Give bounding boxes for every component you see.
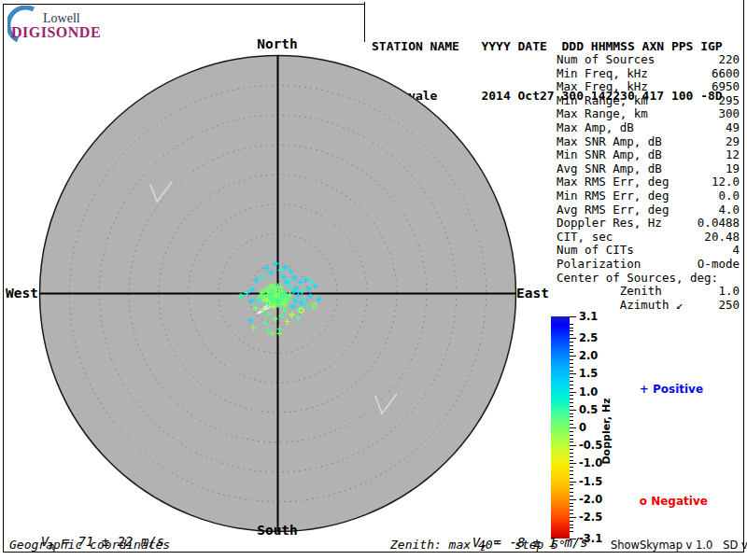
legend-negative-label: Negative [651,495,708,508]
colorbar-major-tick [570,427,576,428]
stat-row: Min SNR Amp, dB12 [557,148,740,162]
colorbar-minor-tick [570,342,573,343]
stat-row: CIT, sec20.48 [557,231,740,245]
stat-value: 4 [732,244,740,258]
colorbar-minor-tick [570,488,573,489]
stat-value: 4.0 [718,203,740,217]
colorbar-minor-tick [570,381,573,382]
colorbar-minor-tick [570,388,573,389]
colorbar-minor-tick [570,416,573,417]
colorbar-minor-tick [570,492,573,493]
colorbar-minor-tick [570,484,573,485]
stat-row: Avg RMS Err, deg4.0 [557,203,740,217]
colorbar-tick-label: -2.0 [579,493,602,506]
stat-row: Max RMS Err, deg12.0 [557,175,740,189]
colorbar-minor-tick [570,352,573,353]
legend-positive: + Positive [624,370,703,409]
colorbar-minor-tick [570,424,573,425]
positive-marker-icon: + [640,383,649,396]
colorbar-major-tick [570,373,576,374]
compass-south-label: South [257,523,298,538]
stat-label: Min SNR Amp, dB [557,148,662,162]
stat-label: Num of Sources [557,53,655,67]
colorbar-minor-tick [570,478,573,479]
stat-value: 49 [726,121,740,135]
stat-value: 6600 [712,67,740,81]
stat-label: Azimuth ↙ [557,299,683,313]
colorbar-major-tick [570,338,576,339]
stat-row: Zenith1.0 [557,285,740,299]
version-note: ShowSkymap v 1.0 SD v 5.1 [611,539,747,552]
colorbar-major-tick [570,410,576,411]
colorbar-minor-tick [570,363,573,364]
stat-row: Max SNR Amp, dB29 [557,135,740,149]
stat-label: Num of CITs [557,244,634,258]
stat-row: Doppler Res, Hz0.0488 [557,217,740,231]
colorbar-tick-label: -1.0 [579,456,602,469]
doppler-axis-label: Doppler, Hz [600,398,613,464]
colorbar-minor-tick [570,441,573,442]
colorbar-minor-tick [570,431,573,432]
stat-row: Center of Sources, deg: [557,272,740,286]
colorbar-tick-label: 0 [579,421,586,434]
colorbar-major-tick [570,482,576,483]
stat-label: Min Range, km [557,94,648,108]
stat-value: 0.0 [718,189,740,203]
colorbar-tick-label: -1.5 [579,475,602,488]
colorbar-minor-tick [570,456,573,457]
stat-label: Avg SNR Amp, dB [557,162,662,176]
stat-label: Max RMS Err, deg [557,175,669,189]
stat-label: Max Amp, dB [557,121,634,135]
stat-label: Min Freq, kHz [557,67,648,81]
stat-value: 12.0 [712,175,740,189]
colorbar-minor-tick [570,496,573,497]
stat-value: 300 [718,107,740,121]
colorbar-tick-label: 3.1 [579,310,598,323]
colorbar-minor-tick [570,513,573,514]
colorbar-tick-label: 1.5 [579,367,598,380]
stat-label: Zenith [557,285,662,299]
stat-label: Max Range, km [557,107,648,121]
colorbar-minor-tick [570,503,573,504]
stat-label: Polarization [557,258,641,272]
stat-value: 0.0488 [698,217,740,231]
stat-label: CIT, sec [557,231,613,245]
colorbar-tick-label: -0.5 [579,439,602,452]
colorbar-tick-label: 2.0 [579,349,598,362]
stat-value: 20.48 [704,231,740,245]
colorbar-minor-tick [570,474,573,475]
colorbar-major-tick [570,316,576,317]
stat-label: Doppler Res, Hz [557,217,662,231]
stat-label: Avg RMS Err, deg [557,203,669,217]
stat-value: O-mode [698,258,740,272]
colorbar-minor-tick [570,413,573,414]
stat-value: 1.0 [718,285,740,299]
colorbar-minor-tick [570,349,573,350]
stat-value: 220 [718,53,740,67]
colorbar-minor-tick [570,385,573,385]
stat-value: 295 [718,94,740,108]
colorbar-minor-tick [570,460,573,461]
legend-positive-label: Positive [653,383,703,396]
colorbar-minor-tick [570,328,573,329]
colorbar-major-tick [570,499,576,500]
doppler-colorbar [551,316,570,539]
colorbar-minor-tick [570,402,573,403]
stat-value: 6950 [712,80,740,94]
colorbar-tick-label: 0.5 [579,403,598,416]
colorbar-minor-tick [570,399,573,399]
colorbar-minor-tick [570,406,573,407]
colorbar-major-tick [570,392,576,393]
colorbar-tick-label: 1.0 [579,385,598,399]
colorbar-minor-tick [570,324,573,325]
coordinates-note: Geographic coordinates [9,538,170,552]
colorbar-minor-tick [570,449,573,450]
stat-row: Min Range, km295 [557,94,740,108]
stat-value: 29 [726,135,740,149]
colorbar-minor-tick [570,470,573,471]
colorbar-minor-tick [570,371,573,371]
negative-marker-icon: o [640,495,647,508]
colorbar-minor-tick [570,367,573,368]
stat-label: Max SNR Amp, dB [557,135,662,149]
stat-row: Min Freq, kHz6600 [557,67,740,81]
